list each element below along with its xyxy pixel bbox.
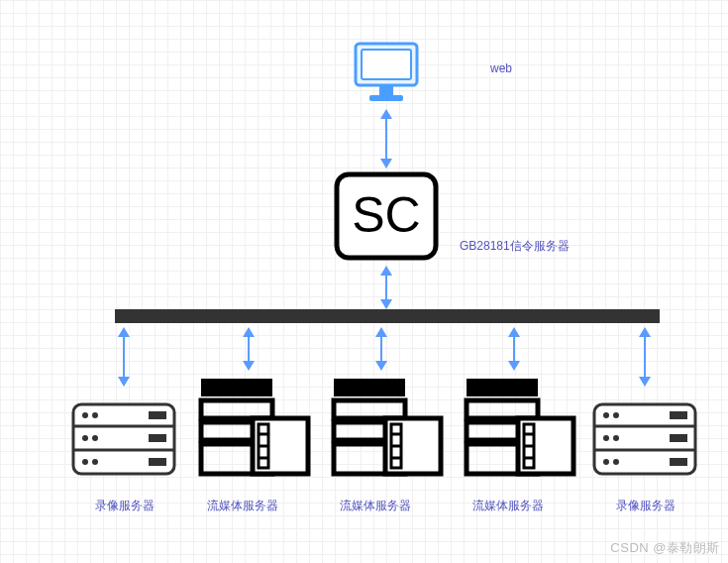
watermark: CSDN @泰勒朗斯 — [610, 539, 720, 557]
svg-rect-48 — [334, 400, 405, 418]
svg-point-31 — [82, 435, 88, 441]
svg-rect-47 — [334, 379, 405, 396]
media-server-3-icon — [463, 375, 577, 478]
arrow-bus-rec1 — [115, 327, 133, 387]
arrow-bus-media2 — [372, 327, 390, 371]
svg-marker-21 — [508, 327, 520, 337]
svg-marker-25 — [639, 377, 651, 387]
svg-rect-35 — [149, 411, 166, 419]
media-3-label: 流媒体服务器 — [472, 498, 544, 514]
arrow-sc-bus — [377, 266, 395, 309]
svg-marker-6 — [380, 159, 392, 169]
svg-marker-22 — [508, 361, 520, 371]
svg-rect-39 — [201, 400, 272, 418]
arrow-bus-media3 — [505, 327, 523, 371]
svg-rect-38 — [201, 379, 272, 396]
svg-marker-9 — [380, 266, 392, 276]
sc-box-icon: SC — [333, 170, 440, 262]
recording-1-label: 录像服务器 — [95, 498, 155, 514]
svg-rect-2 — [379, 85, 393, 95]
web-monitor-icon — [350, 40, 423, 103]
svg-rect-57 — [467, 400, 538, 418]
media-server-1-icon — [197, 375, 312, 478]
svg-marker-5 — [380, 109, 392, 119]
arrow-web-sc — [377, 109, 395, 169]
web-label: web — [490, 61, 512, 75]
svg-marker-24 — [639, 327, 651, 337]
svg-marker-12 — [118, 327, 130, 337]
svg-point-68 — [603, 412, 609, 418]
svg-marker-19 — [375, 361, 387, 371]
media-1-label: 流媒体服务器 — [207, 498, 278, 514]
bus-bar-icon — [115, 309, 660, 323]
svg-rect-75 — [670, 434, 687, 442]
svg-rect-37 — [149, 458, 166, 466]
svg-point-69 — [613, 412, 619, 418]
svg-rect-74 — [670, 411, 687, 419]
svg-point-72 — [603, 459, 609, 465]
svg-point-70 — [603, 435, 609, 441]
svg-point-33 — [82, 459, 88, 465]
svg-marker-13 — [118, 377, 130, 387]
recording-2-label: 录像服务器 — [616, 498, 676, 514]
svg-point-29 — [82, 412, 88, 418]
svg-marker-18 — [375, 327, 387, 337]
svg-point-30 — [92, 412, 98, 418]
svg-rect-3 — [369, 95, 403, 101]
media-server-2-icon — [330, 375, 445, 478]
sc-text: SC — [352, 187, 420, 243]
svg-rect-36 — [149, 434, 166, 442]
signaling-label: GB28181信令服务器 — [460, 238, 570, 255]
svg-point-32 — [92, 435, 98, 441]
svg-marker-10 — [380, 299, 392, 309]
svg-rect-56 — [467, 379, 538, 396]
media-2-label: 流媒体服务器 — [340, 498, 411, 514]
svg-point-71 — [613, 435, 619, 441]
arrow-bus-media1 — [240, 327, 258, 371]
svg-rect-76 — [670, 458, 687, 466]
svg-rect-1 — [362, 50, 411, 79]
svg-marker-16 — [243, 361, 255, 371]
svg-point-34 — [92, 459, 98, 465]
svg-marker-15 — [243, 327, 255, 337]
recording-server-2-icon — [592, 402, 697, 476]
arrow-bus-rec2 — [636, 327, 654, 387]
recording-server-1-icon — [71, 402, 176, 476]
svg-point-73 — [613, 459, 619, 465]
